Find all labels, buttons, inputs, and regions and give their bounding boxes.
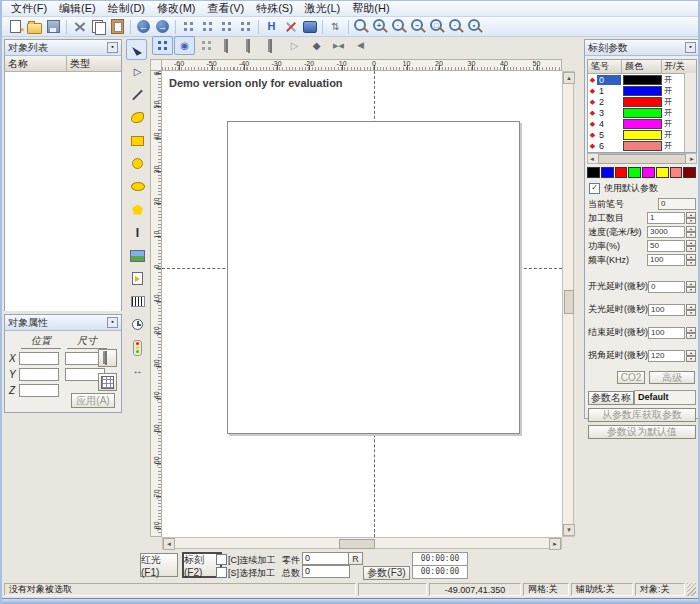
- pen-row-1[interactable]: ◆1开: [588, 85, 696, 96]
- undo-icon[interactable]: ←: [134, 18, 153, 35]
- zoom-all-icon[interactable]: ·: [447, 18, 466, 35]
- panel-toggle-icon[interactable]: [300, 18, 319, 35]
- mirror-horizontal-icon[interactable]: ◀: [350, 36, 371, 55]
- tool-circle[interactable]: [126, 152, 149, 175]
- palette-swatch-1[interactable]: [601, 167, 614, 178]
- reset-count-button[interactable]: R: [348, 552, 363, 565]
- tool-select[interactable]: [126, 39, 147, 60]
- param-name-button[interactable]: 参数名称: [588, 391, 634, 405]
- continuous-checkbox[interactable]: [216, 554, 227, 565]
- delay-param-value-2[interactable]: 100: [648, 327, 685, 339]
- pen-column-1[interactable]: 颜色: [622, 60, 662, 73]
- spinner-icon[interactable]: ▴▾: [686, 281, 696, 293]
- palette-swatch-6[interactable]: [670, 167, 683, 178]
- advanced-button[interactable]: 高级: [649, 371, 695, 384]
- pen-row-6[interactable]: ◆6开: [588, 140, 696, 151]
- mirror-vertical-icon[interactable]: ▶◀: [333, 42, 344, 49]
- pen-order-icon[interactable]: ⇅: [326, 18, 345, 35]
- special-rotate-icon[interactable]: [198, 18, 217, 35]
- palette-swatch-4[interactable]: [642, 167, 655, 178]
- menu-item-1[interactable]: 编辑(E): [53, 1, 102, 16]
- x-position-field[interactable]: [19, 352, 59, 365]
- menu-item-5[interactable]: 特殊(S): [250, 1, 299, 16]
- snap-object-icon[interactable]: ◉: [180, 41, 189, 51]
- tool-input-output[interactable]: [126, 336, 149, 359]
- fill-icon[interactable]: ◆: [306, 36, 327, 55]
- aspect-lock-button[interactable]: [98, 349, 117, 367]
- horizontal-scrollbar[interactable]: ◄ ►: [162, 537, 562, 549]
- resize-grip[interactable]: [687, 583, 696, 596]
- pen-param-value-0[interactable]: 0: [658, 198, 696, 210]
- spinner-icon[interactable]: ▴▾: [686, 226, 696, 238]
- pen-scroll-right-icon[interactable]: ►: [688, 156, 696, 162]
- grid-display-icon[interactable]: [196, 36, 217, 55]
- pen-param-value-3[interactable]: 50: [647, 240, 685, 252]
- zoom-fit-page-icon[interactable]: □: [428, 18, 447, 35]
- y-position-field[interactable]: [19, 368, 59, 381]
- zoom-selection-icon[interactable]: ▪: [466, 18, 485, 35]
- menu-item-7[interactable]: 帮助(H): [346, 1, 395, 16]
- node-edit-icon[interactable]: ▷: [291, 41, 299, 51]
- palette-swatch-2[interactable]: [615, 167, 628, 178]
- co2-button[interactable]: CO2: [617, 371, 645, 384]
- palette-swatch-7[interactable]: [683, 167, 696, 178]
- special-scale-icon[interactable]: [217, 18, 236, 35]
- vertical-scrollbar[interactable]: ▲ ▼: [562, 71, 574, 537]
- grid-status[interactable]: 网格:关: [523, 583, 569, 596]
- pen-row-5[interactable]: ◆5开: [588, 129, 696, 140]
- spinner-icon[interactable]: ▴▾: [686, 212, 696, 224]
- pen-column-2[interactable]: 开/关: [662, 60, 696, 73]
- menu-item-6[interactable]: 激光(L): [299, 1, 346, 16]
- zoom-point-icon[interactable]: ·: [390, 18, 409, 35]
- pen-row-0[interactable]: ◆0开: [588, 74, 696, 85]
- new-file-icon[interactable]: *: [6, 18, 25, 35]
- z-position-field[interactable]: [19, 384, 59, 397]
- drawing-canvas[interactable]: Demo version only for evaluation: [162, 71, 562, 537]
- tool-curve[interactable]: [126, 106, 149, 129]
- lock-y-icon[interactable]: [240, 36, 261, 55]
- mirror-horizontal-icon[interactable]: ◀: [357, 41, 364, 50]
- copy-icon[interactable]: [89, 18, 108, 35]
- tool-delay[interactable]: [126, 313, 149, 336]
- menu-item-2[interactable]: 绘制(D): [102, 1, 151, 16]
- tool-text[interactable]: I: [126, 221, 149, 244]
- tool-barcode[interactable]: [126, 290, 149, 313]
- keypad-button[interactable]: [98, 373, 117, 391]
- snap-grid-icon[interactable]: [152, 36, 173, 55]
- zoom-icon[interactable]: [352, 18, 371, 35]
- pen-column-0[interactable]: 笔号: [588, 60, 622, 73]
- node-edit-icon[interactable]: ▷: [284, 36, 305, 55]
- objects-status[interactable]: 对象:关: [635, 583, 685, 596]
- column-name[interactable]: 名称: [5, 56, 67, 71]
- get-from-library-button[interactable]: 从参数库获取参数: [588, 408, 696, 422]
- params-f3-button[interactable]: 参数(F3): [363, 566, 410, 580]
- delay-param-value-1[interactable]: 100: [648, 304, 685, 316]
- spinner-icon[interactable]: ▴▾: [686, 327, 696, 339]
- zoom-in-icon[interactable]: +: [371, 18, 390, 35]
- object-list-pin-button[interactable]: ▪: [107, 42, 118, 53]
- open-file-icon[interactable]: [25, 18, 44, 35]
- menu-item-4[interactable]: 查看(V): [202, 1, 251, 16]
- param-name-value[interactable]: Default: [634, 390, 696, 405]
- system-tools-icon[interactable]: [281, 18, 300, 35]
- delay-param-value-3[interactable]: 120: [648, 350, 685, 362]
- tool-bitmap[interactable]: [126, 244, 149, 267]
- tool-ellipse[interactable]: [126, 175, 149, 198]
- scroll-right-button[interactable]: ►: [549, 538, 561, 550]
- redo-icon[interactable]: →: [153, 18, 172, 35]
- use-default-checkbox[interactable]: ✓: [589, 183, 600, 194]
- scroll-up-button[interactable]: ▲: [563, 72, 575, 84]
- menu-item-3[interactable]: 修改(M): [151, 1, 202, 16]
- select-mark-checkbox[interactable]: [216, 567, 227, 578]
- zoom-out-icon[interactable]: −: [409, 18, 428, 35]
- special-move-icon[interactable]: [236, 18, 255, 35]
- mirror-vertical-icon[interactable]: ▶◀: [328, 36, 349, 55]
- palette-swatch-0[interactable]: [587, 167, 600, 178]
- pen-row-3[interactable]: ◆3开: [588, 107, 696, 118]
- tool-line[interactable]: [126, 83, 149, 106]
- part-count-field[interactable]: 0: [302, 552, 350, 565]
- tool-node-edit[interactable]: ▷: [134, 67, 142, 77]
- spinner-icon[interactable]: ▴▾: [686, 350, 696, 362]
- tool-text[interactable]: I: [136, 227, 139, 239]
- tool-vector-file[interactable]: [126, 267, 149, 290]
